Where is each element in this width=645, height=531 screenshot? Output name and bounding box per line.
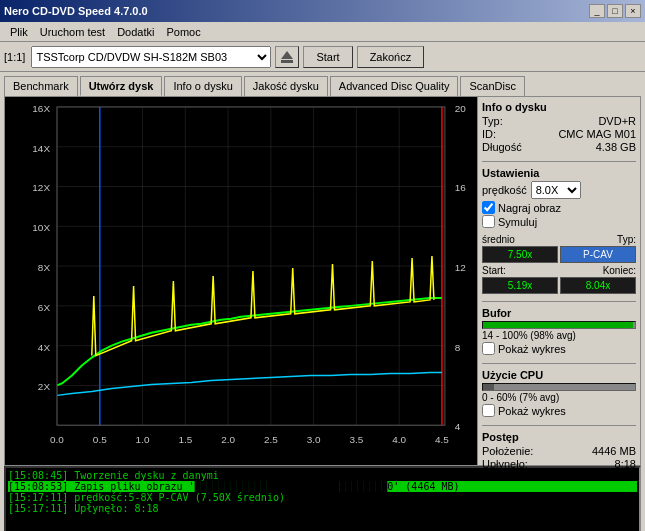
speed-row: prędkość 8.0X — [482, 181, 636, 199]
settings-title: Ustawienia — [482, 167, 636, 179]
svg-text:2.0: 2.0 — [221, 434, 235, 445]
titlebar: Nero CD-DVD Speed 4.7.0.0 _ □ × — [0, 0, 645, 22]
end-speed-box: 8.04x — [560, 277, 636, 294]
buffer-section: Bufor 14 - 100% (98% avg) Pokaż wykres — [482, 307, 636, 356]
tab-benchmark[interactable]: Benchmark — [4, 76, 78, 96]
menu-help[interactable]: Pomoc — [160, 24, 206, 40]
buffer-show-chart-row: Pokaż wykres — [482, 342, 636, 355]
buffer-show-chart-checkbox[interactable] — [482, 342, 495, 355]
eject-button[interactable] — [275, 46, 299, 68]
tab-disc-quality[interactable]: Jakość dysku — [244, 76, 328, 96]
cpu-progress-bar — [483, 384, 494, 390]
disc-id-row: ID: CMC MAG M01 — [482, 128, 636, 140]
toolbar: [1:1] TSSTcorp CD/DVDW SH-S182M SB03 Sta… — [0, 42, 645, 72]
divider-3 — [482, 363, 636, 364]
tab-advanced-disc-quality[interactable]: Advanced Disc Quality — [330, 76, 459, 96]
cpu-show-chart-row: Pokaż wykres — [482, 404, 636, 417]
simulate-checkbox[interactable] — [482, 215, 495, 228]
svg-text:16: 16 — [455, 182, 467, 193]
length-value: 4.38 GB — [596, 141, 636, 153]
drive-select[interactable]: TSSTcorp CD/DVDW SH-S182M SB03 — [31, 46, 271, 68]
disc-length-row: Długość 4.38 GB — [482, 141, 636, 153]
svg-marker-0 — [281, 51, 293, 59]
tab-disc-info[interactable]: Info o dysku — [164, 76, 241, 96]
type-value: DVD+R — [598, 115, 636, 127]
type-label: Typ: — [482, 115, 503, 127]
buffer-range: 14 - 100% (98% avg) — [482, 330, 636, 341]
menubar: Plik Uruchom test Dodatki Pomoc — [0, 22, 645, 42]
maximize-button[interactable]: □ — [607, 4, 623, 18]
id-label: ID: — [482, 128, 496, 140]
svg-text:6X: 6X — [38, 302, 51, 313]
tab-scandisc[interactable]: ScanDisc — [460, 76, 524, 96]
svg-text:4: 4 — [455, 421, 461, 432]
svg-text:12: 12 — [455, 262, 467, 273]
end-button[interactable]: Zakończ — [357, 46, 425, 68]
svg-text:4.5: 4.5 — [435, 434, 449, 445]
progress-title: Postęp — [482, 431, 636, 443]
svg-text:3.0: 3.0 — [307, 434, 321, 445]
type-speed-box: P-CAV — [560, 246, 636, 263]
divider-1 — [482, 161, 636, 162]
svg-text:0.5: 0.5 — [93, 434, 107, 445]
buffer-show-chart-label: Pokaż wykres — [498, 343, 566, 355]
start-speed-box: 5.19x — [482, 277, 558, 294]
right-panel: Info o dysku Typ: DVD+R ID: CMC MAG M01 … — [478, 97, 640, 465]
simulate-row: Symuluj — [482, 215, 636, 228]
elapsed-label: Upłynęło: — [482, 458, 528, 470]
close-button[interactable]: × — [625, 4, 641, 18]
buffer-progress-bar — [483, 322, 633, 328]
speed-select[interactable]: 8.0X — [531, 181, 581, 199]
menu-run-test[interactable]: Uruchom test — [34, 24, 111, 40]
progress-section: Postęp Położenie: 4446 MB Upłynęło: 8:18 — [482, 431, 636, 471]
record-image-checkbox[interactable] — [482, 201, 495, 214]
start-button[interactable]: Start — [303, 46, 352, 68]
buffer-progress-container — [482, 321, 636, 329]
disc-type-row: Typ: DVD+R — [482, 115, 636, 127]
menu-file[interactable]: Plik — [4, 24, 34, 40]
tab-bar: Benchmark Utwórz dysk Info o dysku Jakoś… — [0, 72, 645, 96]
log-line-1: [15:08:45] Tworzenie dysku z danymi — [8, 470, 637, 481]
svg-text:12X: 12X — [32, 182, 50, 193]
avg-label: średnio — [482, 234, 515, 245]
svg-text:8X: 8X — [38, 262, 51, 273]
elapsed-row: Upłynęło: 8:18 — [482, 458, 636, 470]
cpu-range: 0 - 60% (7% avg) — [482, 392, 636, 403]
id-value: CMC MAG M01 — [558, 128, 636, 140]
elapsed-value: 8:18 — [615, 458, 636, 470]
svg-text:10X: 10X — [32, 222, 50, 233]
chart-area: 16X 14X 12X 10X 8X 6X 4X 2X 20 16 12 8 4… — [5, 97, 478, 465]
disc-info-section: Info o dysku Typ: DVD+R ID: CMC MAG M01 … — [482, 101, 636, 154]
log-area: [15:08:45] Tworzenie dysku z danymi [15:… — [4, 466, 641, 531]
start-speed-label: Start: — [482, 265, 506, 276]
minimize-button[interactable]: _ — [589, 4, 605, 18]
cpu-progress-container — [482, 383, 636, 391]
svg-text:1.0: 1.0 — [136, 434, 150, 445]
divider-2 — [482, 301, 636, 302]
svg-text:3.5: 3.5 — [349, 434, 363, 445]
window-controls[interactable]: _ □ × — [589, 4, 641, 18]
svg-text:4X: 4X — [38, 342, 51, 353]
svg-rect-2 — [12, 97, 470, 465]
end-speed-label: Koniec: — [603, 265, 636, 276]
buffer-title: Bufor — [482, 307, 636, 319]
speed-chart: 16X 14X 12X 10X 8X 6X 4X 2X 20 16 12 8 4… — [5, 97, 477, 465]
cpu-section: Użycie CPU 0 - 60% (7% avg) Pokaż wykres — [482, 369, 636, 418]
svg-text:14X: 14X — [32, 143, 50, 154]
speed-grid: 7.50x P-CAV — [482, 246, 636, 263]
settings-section: Ustawienia prędkość 8.0X Nagraj obraz Sy… — [482, 167, 636, 229]
record-image-label: Nagraj obraz — [498, 202, 561, 214]
tab-create-disc[interactable]: Utwórz dysk — [80, 76, 163, 96]
drive-label: [1:1] — [4, 51, 25, 63]
svg-text:20: 20 — [455, 103, 467, 114]
simulate-label: Symuluj — [498, 216, 537, 228]
cpu-title: Użycie CPU — [482, 369, 636, 381]
speed-label: prędkość — [482, 184, 527, 196]
menu-extras[interactable]: Dodatki — [111, 24, 160, 40]
cpu-show-chart-checkbox[interactable] — [482, 404, 495, 417]
record-image-row: Nagraj obraz — [482, 201, 636, 214]
svg-rect-1 — [281, 60, 293, 63]
type2-label: Typ: — [617, 234, 636, 245]
length-label: Długość — [482, 141, 522, 153]
log-line-2: [15:08:53] Zapis pliku obrazu '█████████… — [8, 481, 637, 492]
